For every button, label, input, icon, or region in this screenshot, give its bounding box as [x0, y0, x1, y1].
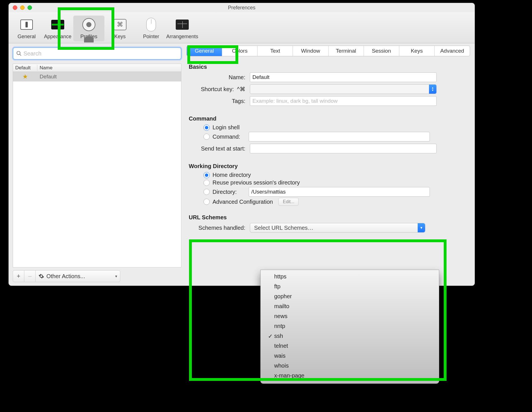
directory-label: Directory: [213, 189, 246, 195]
schemes-option[interactable]: wais [261, 351, 439, 361]
section-url-schemes: URL Schemes Schemes handled: Select URL … [186, 211, 470, 235]
workdir-heading: Working Directory [189, 163, 470, 169]
toolbar-item-appearance[interactable]: Appearance [42, 16, 73, 41]
schemes-option-label: x-man-page [274, 372, 304, 379]
shortcut-label: Shortcut key: ^⌘ [186, 86, 250, 93]
profile-detail: General Colors Text Window Terminal Sess… [184, 43, 475, 286]
toolbar-item-arrangements[interactable]: Arrangements [167, 16, 198, 41]
tab-window[interactable]: Window [293, 46, 328, 56]
schemes-option[interactable]: ✓ssh [261, 331, 439, 341]
profile-name: Default [37, 74, 181, 80]
toolbar-item-general[interactable]: General [11, 16, 42, 41]
toolbar-label: General [18, 34, 36, 40]
sendtext-input[interactable] [250, 144, 437, 153]
schemes-option[interactable]: whois [261, 361, 439, 371]
directory-radio[interactable]: Directory: [203, 187, 470, 197]
tab-text[interactable]: Text [258, 46, 293, 56]
section-basics: Basics Name: Shortcut key: ^⌘ ▲▼ [186, 61, 470, 108]
schemes-option-label: wais [274, 353, 286, 359]
login-shell-label: Login shell [213, 124, 240, 131]
arrangements-icon [175, 17, 190, 32]
url-heading: URL Schemes [189, 214, 470, 221]
schemes-option-label: ssh [274, 333, 283, 339]
schemes-option[interactable]: telnet [261, 341, 439, 351]
reuse-dir-radio[interactable]: Reuse previous session's directory [203, 179, 470, 186]
schemes-option[interactable]: mailto [261, 301, 439, 311]
schemes-option[interactable]: https [261, 272, 439, 282]
schemes-option[interactable]: news [261, 311, 439, 321]
other-actions-menu[interactable]: Other Actions... ▾ [36, 271, 120, 282]
tags-input[interactable] [250, 96, 437, 106]
preferences-window: Preferences General Appearance Profiles … [8, 3, 475, 286]
titlebar: Preferences [9, 3, 475, 12]
command-heading: Command [189, 115, 470, 122]
sendtext-label: Send text at start: [186, 145, 250, 152]
star-icon: ★ [22, 73, 28, 80]
radio-icon [203, 125, 210, 131]
checkmark-icon: ✓ [268, 333, 274, 340]
login-shell-radio[interactable]: Login shell [203, 124, 470, 131]
tags-label: Tags: [186, 98, 250, 104]
schemes-label: Schemes handled: [186, 225, 250, 231]
profile-icon [81, 17, 96, 32]
gear-icon [38, 273, 44, 279]
radio-icon [203, 134, 210, 140]
profiles-table[interactable]: ★ Default [13, 72, 181, 267]
tab-advanced[interactable]: Advanced [435, 46, 470, 56]
radio-icon [203, 189, 210, 195]
home-dir-radio[interactable]: Home directory [203, 172, 470, 178]
tab-colors[interactable]: Colors [222, 46, 258, 56]
command-radio[interactable]: Command: [203, 132, 470, 141]
column-default[interactable]: Default [13, 65, 37, 71]
add-profile-button[interactable]: + [13, 271, 24, 282]
mouse-icon [144, 17, 158, 32]
profiles-footer: + – Other Actions... ▾ [13, 270, 120, 282]
profiles-table-header: Default Name [13, 64, 181, 72]
toolbar-label: Arrangements [166, 34, 198, 40]
edit-button[interactable]: Edit... [278, 198, 299, 206]
schemes-option-label: https [274, 273, 286, 280]
profile-row[interactable]: ★ Default [13, 72, 181, 81]
advanced-config-radio[interactable]: Advanced Configuration Edit... [203, 198, 470, 206]
chevron-down-icon: ▾ [115, 274, 117, 278]
tab-general[interactable]: General [187, 46, 222, 56]
column-name[interactable]: Name [37, 65, 181, 71]
command-icon: ⌘ [113, 17, 127, 32]
search-input[interactable] [23, 50, 178, 57]
toolbar-label: Pointer [143, 34, 159, 40]
toolbar-item-keys[interactable]: ⌘ Keys [104, 16, 136, 41]
command-input[interactable] [249, 132, 430, 141]
command-label: Command: [213, 134, 246, 140]
schemes-option-label: telnet [274, 343, 288, 349]
remove-profile-button[interactable]: – [24, 271, 36, 282]
search-icon [16, 51, 22, 56]
reuse-dir-label: Reuse previous session's directory [213, 179, 300, 186]
schemes-dropdown[interactable]: httpsftpgophermailtonewsnntp✓sshtelnetwa… [260, 270, 439, 384]
schemes-option-label: nntp [274, 323, 285, 329]
shortcut-select[interactable]: ▲▼ [250, 84, 437, 94]
window-title: Preferences [9, 5, 475, 11]
schemes-option-label: ftp [274, 283, 280, 290]
appearance-icon [50, 17, 65, 32]
radio-icon [203, 180, 210, 186]
schemes-option[interactable]: x-man-page [261, 371, 439, 381]
schemes-option[interactable]: nntp [261, 321, 439, 331]
switch-icon [19, 17, 34, 32]
toolbar-label: Appearance [44, 34, 71, 40]
tab-keys[interactable]: Keys [399, 46, 435, 56]
directory-input[interactable] [249, 187, 430, 197]
schemes-option-label: mailto [274, 303, 289, 310]
schemes-option[interactable]: ftp [261, 282, 439, 291]
toolbar-item-pointer[interactable]: Pointer [136, 16, 167, 41]
tab-session[interactable]: Session [364, 46, 399, 56]
chevron-down-icon: ▼ [418, 223, 425, 232]
name-input[interactable] [250, 72, 437, 82]
toolbar-item-profiles[interactable]: Profiles [73, 16, 104, 41]
svg-point-0 [17, 52, 20, 55]
schemes-select[interactable]: Select URL Schemes… ▼ [250, 223, 425, 233]
tab-terminal[interactable]: Terminal [329, 46, 364, 56]
other-actions-label: Other Actions... [46, 273, 85, 280]
profiles-search[interactable] [13, 47, 181, 60]
schemes-option[interactable]: gopher [261, 291, 439, 301]
profiles-sidebar: Default Name ★ Default + – Other Actions… [9, 43, 184, 286]
